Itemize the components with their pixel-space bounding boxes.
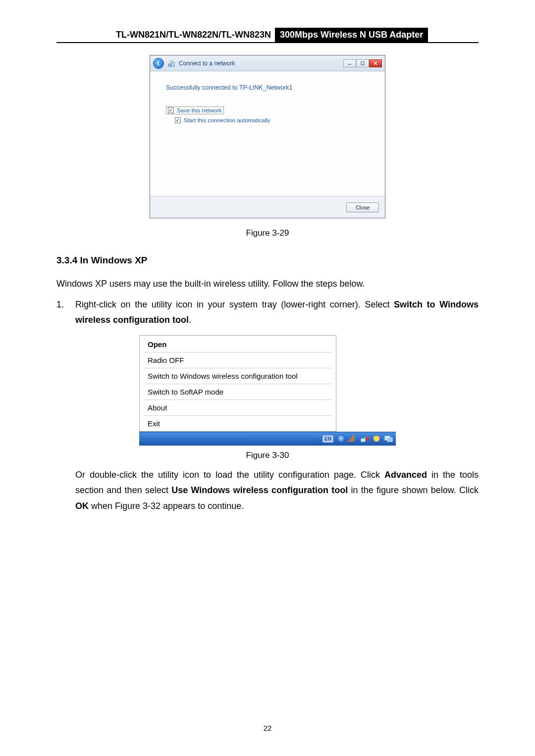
network-icon [168,60,175,67]
start-auto-row[interactable]: ✓ Start this connection automatically [175,117,369,123]
success-message: Successfully connected to TP-LINK_Networ… [166,84,369,91]
svg-rect-6 [352,437,353,442]
tray-signal-icon[interactable] [348,435,357,443]
menu-radio-off[interactable]: Radio OFF [141,353,335,367]
para2-t4: when Figure 3-32 appears to continue. [89,501,244,511]
start-auto-label: Start this connection automatically [184,117,270,123]
step-1-pre: Right-click on the utility icon in your … [75,300,394,309]
page-number: 22 [0,724,535,732]
figure-3-30: Open Radio OFF Switch to Windows wireles… [56,335,479,446]
maximize-button[interactable] [356,59,369,67]
tray-monitor-icon[interactable] [384,435,393,443]
menu-switch-windows[interactable]: Switch to Windows wireless configuration… [141,369,335,383]
para2-b1: Advanced [384,470,427,480]
svg-rect-5 [350,438,351,442]
save-network-label: Save this network [177,107,222,113]
menu-open[interactable]: Open [141,338,335,351]
svg-rect-7 [353,435,354,442]
document-header: TL-WN821N/TL-WN822N/TL-WN823N 300Mbps Wi… [56,28,479,43]
section-heading: 3.3.4 In Windows XP [56,255,479,266]
step-1: 1. Right-click on the utility icon in yo… [56,297,479,333]
tray-lang-indicator[interactable]: EN [322,435,333,443]
system-tray-right [336,432,396,446]
svg-rect-12 [387,438,392,442]
window-chrome-buttons [343,59,382,67]
connect-dialog: Connect to a network Successfully connec… [150,55,385,218]
start-auto-checkbox[interactable]: ✓ [175,117,181,123]
tray-wireless-icon[interactable] [360,435,369,443]
close-button[interactable]: Close [346,202,379,212]
tray-shield-icon[interactable] [372,435,381,443]
menu-exit[interactable]: Exit [141,417,335,430]
menu-separator [144,384,332,384]
menu-about[interactable]: About [141,401,335,414]
tray-expand-icon[interactable] [337,435,345,443]
alt-instructions: Or double-click the utility icon to load… [75,467,479,514]
svg-rect-4 [349,440,350,442]
menu-separator [144,352,332,353]
save-network-checkbox[interactable]: ✓ [168,107,174,113]
save-network-row[interactable]: ✓ Save this network [166,106,224,114]
para2-t1: Or double-click the utility icon to load… [75,470,384,480]
dialog-footer: Close [150,196,385,218]
menu-switch-softap[interactable]: Switch to SoftAP mode [141,385,335,399]
context-menu: Open Radio OFF Switch to Windows wireles… [139,335,336,432]
svg-rect-1 [171,62,174,66]
back-button[interactable] [153,58,164,69]
dialog-body: Successfully connected to TP-LINK_Networ… [150,71,385,196]
menu-separator [144,368,332,368]
dialog-title: Connect to a network [179,60,235,67]
svg-rect-0 [168,64,171,66]
intro-text: Windows XP users may use the built-in wi… [56,277,479,291]
step-1-content: Right-click on the utility icon in your … [75,297,479,328]
menu-separator [144,400,332,400]
para2-t3: in the figure shown below. Click [348,485,479,495]
figure-3-29: Connect to a network Successfully connec… [56,55,479,218]
svg-rect-8 [361,439,365,442]
step-1-post: . [189,315,191,325]
step-1-number: 1. [56,297,75,333]
system-tray: EN [139,432,336,446]
window-close-button[interactable] [369,59,382,67]
svg-rect-3 [361,62,364,65]
header-model: TL-WN821N/TL-WN822N/TL-WN823N [116,28,275,42]
menu-separator [144,415,332,416]
minimize-button[interactable] [343,59,356,67]
figure-3-29-caption: Figure 3-29 [56,228,479,238]
figure-3-30-caption: Figure 3-30 [56,451,479,460]
para2-b3: OK [75,501,89,511]
para2-b2: Use Windows wireless configuration tool [171,485,348,495]
header-product: 300Mbps Wireless N USB Adapter [275,28,428,42]
dialog-titlebar: Connect to a network [150,55,385,71]
